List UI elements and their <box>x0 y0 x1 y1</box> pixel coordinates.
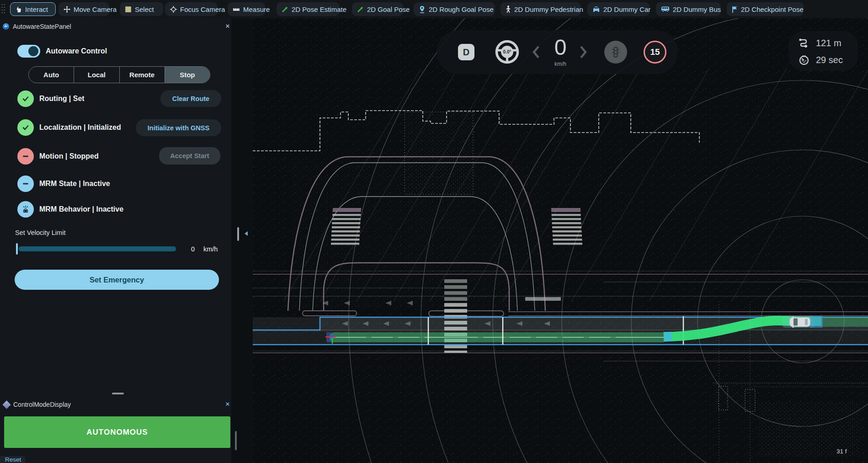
tool-label: Move Camera <box>74 5 117 13</box>
tool-2d-goal-pose[interactable]: 2D Goal Pose <box>352 2 403 16</box>
localization-status-label: Localization | Initialized <box>39 123 121 132</box>
clear-route-button[interactable]: Clear Route <box>160 90 221 107</box>
tool-2d-dummy-bus[interactable]: 2D Dummy Bus <box>656 2 721 16</box>
pose-arrow-icon <box>357 6 364 13</box>
crosswalk-dim <box>444 277 467 301</box>
mrm-state-label: MRM State | Inactive <box>39 180 110 188</box>
tool-focus-camera[interactable]: Focus Camera <box>165 2 218 16</box>
building-points <box>405 112 473 194</box>
control-mode-indicator[interactable]: AUTONOMOUS <box>4 416 230 448</box>
toolbar: Interact Move Camera Select Focus Camera… <box>0 0 868 18</box>
gate-mode-stop[interactable]: Stop <box>165 67 210 83</box>
motion-status-label: Motion | Stopped <box>39 152 99 160</box>
panel-title: ControlModeDisplay <box>13 401 71 408</box>
velocity-unit: km/h <box>203 245 218 253</box>
route-info-hud: 121 m 29 sec <box>788 31 858 71</box>
traffic-light-icon <box>604 41 627 64</box>
toggle-knob <box>28 46 38 56</box>
check-circle-icon <box>17 119 34 136</box>
routing-status-label: Routing | Set <box>39 95 85 103</box>
select-icon <box>125 6 132 13</box>
panel-title: AutowareStatePanel <box>13 23 71 30</box>
autoware-control-toggle[interactable] <box>17 45 40 58</box>
map-pin-icon <box>419 5 426 13</box>
close-icon[interactable]: × <box>223 21 232 31</box>
stairs-left <box>331 208 361 247</box>
tool-label: Focus Camera <box>180 5 225 13</box>
tool-label: 2D Goal Pose <box>367 5 410 13</box>
tool-move-camera[interactable]: Move Camera <box>59 2 109 16</box>
mrm-behavior-label: MRM Behavior | Inactive <box>39 205 123 213</box>
tool-select[interactable]: Select <box>120 2 163 16</box>
vehicle-hud: D 0.0° 0 km/h 15 <box>437 30 678 74</box>
close-icon[interactable]: × <box>223 399 232 409</box>
flag-icon <box>732 6 738 13</box>
tool-label: 2D Dummy Bus <box>673 5 721 13</box>
hand-icon <box>15 6 22 13</box>
measure-icon <box>233 6 240 12</box>
tool-2d-dummy-car[interactable]: 2D Dummy Car <box>587 2 650 16</box>
dock-gutter <box>231 18 253 463</box>
emergency-car-icon <box>17 201 34 218</box>
steering-angle-value: 0.0° <box>503 49 511 54</box>
velocity-slider-track[interactable] <box>19 246 176 251</box>
tool-interact[interactable]: Interact <box>10 2 56 16</box>
tool-2d-pose-estimate[interactable]: 2D Pose Estimate <box>277 2 340 16</box>
accept-start-button[interactable]: Accept Start <box>159 147 220 165</box>
tool-2d-dummy-pedestrian[interactable]: 2D Dummy Pedestrian <box>501 2 581 16</box>
pedestrian-icon <box>506 5 511 13</box>
autoware-logo-icon <box>3 23 9 30</box>
tool-label: Interact <box>25 5 48 13</box>
set-emergency-button[interactable]: Set Emergency <box>15 270 219 290</box>
left-dock: AutowareStatePanel × Autoware Control Au… <box>0 18 231 463</box>
tool-label: 2D Rough Goal Pose <box>429 5 494 13</box>
pose-arrow-icon <box>282 6 288 13</box>
chevron-right-icon[interactable] <box>579 45 589 59</box>
panel-divider-handle[interactable] <box>112 393 124 394</box>
stairs-right <box>551 208 582 247</box>
autoware-state-panel-header: AutowareStatePanel <box>0 20 231 33</box>
velocity-slider-handle[interactable] <box>16 243 18 255</box>
panel-diamond-icon <box>2 400 11 409</box>
focus-icon <box>170 6 177 13</box>
remaining-distance: 121 m <box>816 38 841 48</box>
tool-label: 2D Dummy Pedestrian <box>514 5 583 13</box>
initialize-gnss-button[interactable]: Initialize with GNSS <box>136 119 221 136</box>
tool-measure[interactable]: Measure <box>228 2 265 16</box>
toolbar-drag-grip[interactable] <box>1 3 6 15</box>
map-scene <box>253 18 868 463</box>
car-icon <box>592 6 600 12</box>
tool-label: Measure <box>243 5 270 13</box>
velocity-value: 0 <box>191 245 195 253</box>
localization-status-row: Localization | Initialized <box>17 119 121 136</box>
tool-label: 2D Pose Estimate <box>292 5 346 13</box>
gate-mode-local[interactable]: Local <box>74 67 119 83</box>
minus-circle-icon <box>17 176 34 192</box>
scrollbar-thumb[interactable] <box>235 431 237 450</box>
walkway-bar <box>525 297 561 301</box>
collapse-panel-arrow-icon[interactable] <box>245 231 248 236</box>
bus-icon <box>661 6 670 12</box>
ego-vehicle <box>783 316 823 328</box>
control-mode-panel-header: ControlModeDisplay <box>0 398 231 411</box>
scrollbar-thumb[interactable] <box>237 227 239 241</box>
tool-2d-checkpoint-pose[interactable]: 2D Checkpoint Pose <box>727 2 804 16</box>
fps-counter: 31 f <box>836 448 868 455</box>
speed-unit: km/h <box>547 61 574 67</box>
tool-2d-rough-goal-pose[interactable]: 2D Rough Goal Pose <box>414 2 495 16</box>
gate-mode-remote[interactable]: Remote <box>119 67 165 83</box>
minus-circle-icon <box>17 148 34 165</box>
mrm-state-row: MRM State | Inactive <box>17 176 110 192</box>
autoware-control-label: Autoware Control <box>46 47 107 55</box>
tool-label: Select <box>135 5 154 13</box>
timer-icon <box>799 54 809 65</box>
route-distance-icon <box>799 38 809 48</box>
gate-mode-auto[interactable]: Auto <box>29 67 74 83</box>
chevron-left-icon[interactable] <box>531 45 541 59</box>
remaining-time: 29 sec <box>816 55 843 65</box>
check-circle-icon <box>17 90 34 107</box>
velocity-limit-label: Set Velocity Limit <box>15 229 65 236</box>
motion-status-row: Motion | Stopped <box>17 148 99 165</box>
3d-viewport[interactable]: D 0.0° 0 km/h 15 121 m <box>253 18 868 463</box>
reset-button[interactable]: Reset <box>0 456 25 463</box>
